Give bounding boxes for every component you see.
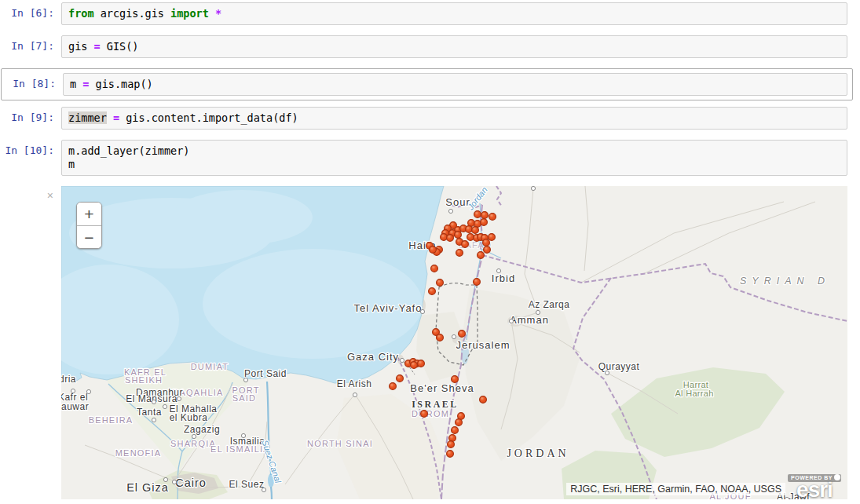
- city-dot: [496, 268, 500, 272]
- data-point-marker[interactable]: [456, 419, 463, 426]
- city-dot: [353, 393, 357, 396]
- data-point-marker[interactable]: [449, 435, 456, 442]
- map-label-el-giza: El Giza: [126, 481, 169, 494]
- zoom-in-button[interactable]: +: [77, 203, 101, 225]
- city-dot: [262, 488, 265, 491]
- code-input[interactable]: m.add_layer(zimmer)m: [61, 140, 847, 176]
- code-token: GIS(): [101, 40, 139, 53]
- data-point-marker[interactable]: [448, 441, 455, 448]
- data-point-marker[interactable]: [447, 451, 454, 458]
- cell-prompt: In [8]:: [2, 73, 63, 89]
- code-token: [209, 7, 215, 20]
- map-label-port-said: Port Said: [244, 368, 287, 379]
- data-point-marker[interactable]: [441, 234, 448, 241]
- data-point-marker[interactable]: [480, 396, 487, 404]
- data-point-marker[interactable]: [429, 288, 436, 295]
- city-dot: [172, 480, 176, 484]
- map-attribution: RJGC, Esri, HERE, Garmin, FAO, NOAA, USG…: [566, 483, 785, 495]
- data-point-marker[interactable]: [467, 234, 474, 241]
- code-input[interactable]: from arcgis.gis import *: [61, 2, 847, 25]
- code-cell-10: In [10]: m.add_layer(zimmer)m: [0, 140, 847, 176]
- data-point-marker[interactable]: [489, 214, 496, 221]
- map-label-beer-sheva: Be'er Sheva: [410, 382, 474, 394]
- map-label-tanta: Tanta: [137, 407, 162, 418]
- cell-prompt: In [6]:: [0, 2, 61, 19]
- city-dot: [163, 477, 167, 481]
- data-point-marker[interactable]: [421, 411, 428, 418]
- city-dot: [177, 396, 181, 400]
- map-label-syrian-desert: SYRIAN D: [740, 276, 830, 287]
- city-dot: [509, 319, 513, 323]
- cell-prompt: In [9]:: [0, 107, 61, 123]
- map-label-el-suez: El Suez: [229, 479, 265, 490]
- data-point-marker[interactable]: [390, 383, 397, 390]
- city-dot: [163, 404, 167, 408]
- data-point-marker[interactable]: [455, 232, 462, 239]
- data-point-marker[interactable]: [459, 331, 466, 338]
- map-label-north-sinai: NORTH SINAI: [307, 439, 373, 448]
- data-point-marker[interactable]: [447, 235, 454, 242]
- city-dot: [531, 186, 535, 190]
- data-point-marker[interactable]: [397, 375, 404, 382]
- map-label-qurayyat: Qurayyat: [598, 361, 640, 372]
- esri-brand-text: esri: [786, 480, 843, 499]
- data-point-marker[interactable]: [481, 219, 488, 226]
- map-gutter: ×: [0, 186, 61, 499]
- data-point-marker[interactable]: [474, 279, 481, 286]
- close-icon[interactable]: ×: [47, 189, 53, 202]
- data-point-marker[interactable]: [452, 376, 459, 383]
- code-input[interactable]: m = gis.map(): [63, 73, 847, 96]
- map-label-port-said-district-2: SAID: [232, 393, 256, 403]
- data-point-marker[interactable]: [484, 247, 491, 254]
- code-token: [107, 111, 113, 124]
- code-line: m.add_layer(zimmer): [68, 144, 840, 158]
- data-point-marker[interactable]: [481, 212, 489, 219]
- map-label-kafr-el-sheikh-2: SHEIKH: [125, 375, 163, 385]
- data-point-marker[interactable]: [489, 234, 496, 241]
- code-token: gis: [68, 40, 94, 53]
- data-point-marker[interactable]: [452, 427, 459, 434]
- data-point-marker[interactable]: [430, 247, 437, 254]
- map-label-irbid: Irbid: [492, 272, 515, 284]
- code-cell-6: In [6]: from arcgis.gis import *: [0, 2, 847, 25]
- map-label-jordan-country: JORDAN: [507, 447, 569, 459]
- data-point-marker[interactable]: [411, 362, 418, 369]
- code-input[interactable]: zimmer = gis.content.import_data(df): [61, 107, 847, 130]
- data-point-marker[interactable]: [478, 252, 485, 259]
- code-token: gis.map(): [89, 78, 152, 90]
- data-point-marker[interactable]: [456, 250, 463, 257]
- map-label-alexandria-partial: dria: [61, 374, 76, 385]
- city-dot: [152, 400, 156, 404]
- zoom-out-button[interactable]: −: [77, 225, 101, 248]
- data-point-marker[interactable]: [418, 360, 425, 367]
- map-label-zagazig: Zagazig: [184, 424, 220, 435]
- city-dot: [536, 310, 540, 314]
- code-input[interactable]: gis = GIS(): [61, 35, 847, 58]
- map-label-jerusalem: Jerusalem: [456, 339, 511, 351]
- map-label-sharqia: SHARQIA: [170, 439, 216, 448]
- selected-cell-outline: In [8]: m = gis.map(): [1, 68, 853, 100]
- data-point-marker[interactable]: [472, 227, 479, 234]
- map-label-gaza-city: Gaza City: [347, 351, 399, 363]
- city-dot: [420, 309, 424, 313]
- map-svg: SourHaifaSAFADIrbidTel Aviv-YafoAz Zarqa…: [61, 186, 847, 499]
- city-dot: [605, 371, 609, 374]
- map-label-dorom: DOROM: [412, 409, 449, 418]
- data-point-marker[interactable]: [431, 265, 438, 272]
- map-label-dumiat: DUMIAT: [191, 362, 229, 371]
- cell-prompt: In [10]:: [0, 140, 61, 156]
- powered-by-badge: POWERED BY: [788, 474, 841, 482]
- map-zoom-control: + −: [76, 202, 102, 249]
- esri-logo: POWERED BY esri: [786, 469, 843, 499]
- data-point-marker[interactable]: [437, 279, 444, 287]
- data-point-marker[interactable]: [437, 334, 444, 341]
- data-point-marker[interactable]: [474, 211, 481, 218]
- map-canvas[interactable]: SourHaifaSAFADIrbidTel Aviv-YafoAz Zarqa…: [61, 186, 847, 499]
- data-point-marker[interactable]: [462, 241, 469, 248]
- data-point-marker[interactable]: [466, 226, 473, 233]
- map-label-ismailia: Ismailia: [230, 436, 265, 447]
- data-point-marker[interactable]: [483, 239, 490, 247]
- code-token: arcgis.gis: [94, 7, 171, 20]
- code-cell-8: In [8]: m = gis.map(): [2, 73, 847, 96]
- map-label-el-arish: El Arish: [337, 378, 372, 389]
